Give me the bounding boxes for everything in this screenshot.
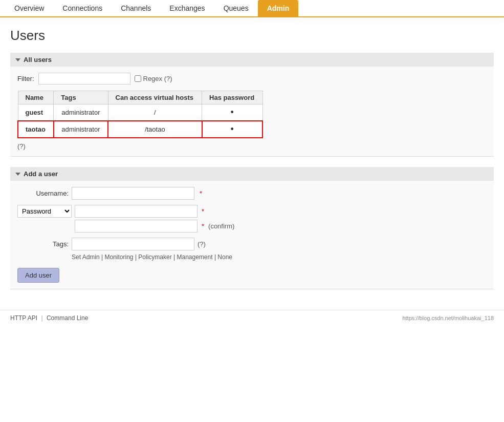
username-input[interactable] (72, 187, 194, 200)
username-required-star: * (200, 189, 202, 197)
user-tags-guest: administrator (54, 104, 108, 121)
set-admin[interactable]: Admin (82, 254, 100, 261)
filter-row: Filter: Regex (?) (17, 73, 487, 85)
table-row[interactable]: guest administrator / • (18, 104, 262, 121)
password-field-row-2: * (confirm) (75, 220, 234, 233)
collapse-arrow-icon (15, 58, 20, 61)
user-vhosts-guest: / (108, 104, 202, 121)
filter-label: Filter: (17, 75, 34, 82)
user-tags-taotao: administrator (54, 121, 108, 138)
password-select-wrap: Password No password (17, 205, 72, 218)
page-footer: HTTP API | Command Line https://blog.csd… (0, 310, 504, 326)
regex-checkbox[interactable] (135, 75, 141, 82)
password-required-star: * (202, 207, 204, 215)
top-navigation: Overview Connections Channels Exchanges … (0, 0, 504, 17)
password-fields: * * (confirm) (75, 205, 234, 233)
all-users-section-header[interactable]: All users (10, 53, 494, 67)
table-question-mark: (?) (17, 142, 487, 150)
table-header-row: Name Tags Can access virtual hosts Has p… (18, 91, 262, 104)
col-name: Name (18, 91, 54, 104)
add-user-button[interactable]: Add user (17, 268, 59, 283)
command-line-link[interactable]: Command Line (47, 314, 88, 322)
regex-label: Regex (?) (135, 75, 172, 82)
col-virtual-hosts: Can access virtual hosts (108, 91, 202, 104)
collapse-arrow-icon-2 (15, 173, 20, 176)
nav-connections[interactable]: Connections (53, 0, 112, 16)
nav-admin[interactable]: Admin (258, 0, 299, 16)
footer-url: https://blog.csdn.net/molihuakai_118 (402, 315, 494, 321)
add-user-section: Add a user Username: * Password No passw… (10, 167, 494, 289)
set-label: Set (72, 254, 81, 261)
set-row: Set Admin | Monitoring | Policymaker | M… (72, 254, 487, 261)
set-monitoring[interactable]: Monitoring (105, 254, 134, 261)
users-table: Name Tags Can access virtual hosts Has p… (17, 91, 263, 138)
col-has-password: Has password (202, 91, 262, 104)
user-password-taotao: • (202, 121, 262, 138)
user-name-taotao: taotao (18, 121, 54, 138)
all-users-section-body: Filter: Regex (?) Name Tags Can access v… (10, 67, 494, 157)
confirm-label: (confirm) (208, 222, 234, 230)
page-title: Users (10, 28, 494, 44)
table-row-highlighted[interactable]: taotao administrator /taotao • (18, 121, 262, 138)
page-content: Users All users Filter: Regex (?) Name (0, 17, 504, 305)
user-name-guest: guest (18, 104, 54, 121)
password-field-row-1: * (75, 205, 234, 218)
footer-links: HTTP API | Command Line (10, 314, 88, 322)
set-management[interactable]: Management (177, 254, 212, 261)
tags-input[interactable] (72, 238, 194, 250)
nav-channels[interactable]: Channels (112, 0, 160, 16)
set-none[interactable]: None (217, 254, 232, 261)
password-type-select[interactable]: Password No password (17, 205, 72, 218)
http-api-link[interactable]: HTTP API (10, 314, 37, 322)
footer-separator: | (41, 314, 42, 322)
nav-overview[interactable]: Overview (5, 0, 53, 16)
username-row: Username: * (17, 187, 487, 200)
add-user-section-header[interactable]: Add a user (10, 167, 494, 181)
password-row: Password No password * * (confirm) (17, 205, 487, 233)
tags-row: Tags: (?) (17, 238, 487, 250)
password-confirm-input[interactable] (75, 220, 198, 233)
all-users-section: All users Filter: Regex (?) Name Tags Ca… (10, 53, 494, 157)
user-vhosts-taotao: /taotao (108, 121, 202, 138)
col-tags: Tags (54, 91, 108, 104)
user-password-guest: • (202, 104, 262, 121)
username-label: Username: (17, 189, 69, 197)
nav-exchanges[interactable]: Exchanges (160, 0, 214, 16)
add-user-header-label: Add a user (24, 170, 58, 178)
set-policymaker[interactable]: Policymaker (138, 254, 171, 261)
nav-queues[interactable]: Queues (214, 0, 258, 16)
password-confirm-required-star: * (202, 222, 204, 230)
all-users-header-label: All users (24, 56, 52, 64)
tags-question-mark: (?) (198, 240, 206, 248)
filter-input[interactable] (38, 73, 130, 85)
add-user-section-body: Username: * Password No password * (10, 181, 494, 289)
password-input[interactable] (75, 205, 198, 218)
tags-label: Tags: (17, 240, 69, 248)
